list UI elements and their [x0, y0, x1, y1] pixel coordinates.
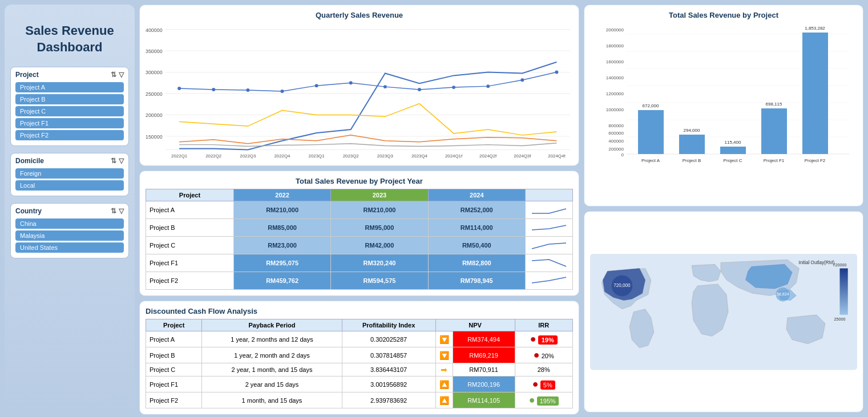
dcf-col-npv: NPV — [435, 319, 515, 331]
dcf-row-b: Project B 1 year, 2 month and 2 days 0.3… — [146, 347, 573, 363]
map-container: 720,000 58,824 Initial Outlay(RM) 720000… — [590, 217, 857, 407]
svg-rect-85 — [839, 268, 847, 314]
svg-point-26 — [212, 88, 215, 91]
svg-text:200000: 200000 — [146, 112, 163, 118]
svg-text:300000: 300000 — [146, 70, 163, 75]
project-tag-f2[interactable]: Project F2 — [15, 130, 124, 140]
line-projectF1 — [179, 104, 556, 135]
row-f1-2023: RM320,240 — [331, 254, 428, 272]
col-spark — [526, 189, 573, 201]
col-2023: 2023 — [331, 189, 428, 201]
svg-text:250000: 250000 — [146, 91, 163, 97]
project-tag-f1[interactable]: Project F1 — [15, 118, 124, 128]
map-svg: 720,000 58,824 Initial Outlay(RM) 720000… — [590, 217, 857, 407]
dcf-table: Project Payback Period Profitability Ind… — [146, 319, 573, 408]
svg-text:600000: 600000 — [608, 131, 624, 136]
row-c-2022: RM23,000 — [233, 237, 330, 254]
revenue-table-card: Total Sales Revenue by Project Year Proj… — [139, 171, 579, 296]
row-a-2023: RM210,000 — [331, 201, 428, 219]
arrow-icon: 🔽 — [439, 351, 449, 360]
bar-chart-title: Total Sales Revenue by Project — [590, 11, 857, 19]
country-tag-malaysia[interactable]: Malaysia — [15, 230, 124, 241]
revenue-table: Project 2022 2023 2024 Project A RM210,0… — [146, 189, 573, 290]
sort-icon-domicile[interactable]: ⇅ — [111, 157, 116, 165]
project-tag-a[interactable]: Project A — [15, 82, 124, 92]
table-row: Project A RM210,000 RM210,000 RM252,000 — [146, 201, 573, 219]
dcf-col-pi: Profitability Index — [342, 319, 435, 331]
svg-text:Project A: Project A — [641, 158, 660, 163]
country-tag-china[interactable]: China — [15, 218, 124, 229]
svg-point-29 — [315, 84, 318, 87]
project-tag-b[interactable]: Project B — [15, 94, 124, 104]
svg-text:2024Q2f: 2024Q2f — [479, 153, 497, 159]
row-c-2024: RM50,400 — [428, 237, 525, 254]
dcf-row-f2: Project F2 1 month, and 15 days 2.939783… — [146, 392, 573, 408]
bar-project-b — [679, 135, 705, 154]
filter-icon-country[interactable]: ▽ — [119, 207, 124, 215]
project-filter: Project ⇅ ▽ Project A Project B Project … — [10, 67, 129, 146]
svg-text:1600000: 1600000 — [606, 59, 624, 64]
table-row: Project F1 RM295,075 RM320,240 RM82,800 — [146, 254, 573, 272]
row-a-2024: RM252,000 — [428, 201, 525, 219]
svg-text:Project B: Project B — [683, 158, 701, 163]
row-f2-spark — [526, 272, 573, 290]
table-row: Project B RM85,000 RM95,000 RM114,000 — [146, 219, 573, 237]
svg-text:720000: 720000 — [833, 263, 847, 268]
svg-text:2000000: 2000000 — [606, 27, 624, 33]
svg-text:2024Q1f: 2024Q1f — [445, 153, 463, 159]
line-chart-svg: 400000 350000 300000 250000 200000 15000… — [146, 23, 573, 160]
domicile-filter: Domicile ⇅ ▽ Foreign Local — [10, 153, 129, 196]
domicile-tag-local[interactable]: Local — [15, 180, 124, 191]
svg-text:115,400: 115,400 — [725, 140, 741, 145]
row-b-2024: RM114,000 — [428, 219, 525, 237]
row-f1-2022: RM295,075 — [233, 254, 330, 272]
quarterly-chart-card: Quarterly Sales Revenue 400000 350000 30… — [139, 5, 579, 166]
row-project-b: Project B — [146, 219, 234, 237]
table-row: Project C RM23,000 RM42,000 RM50,400 — [146, 237, 573, 254]
svg-text:Project F1: Project F1 — [764, 158, 785, 163]
row-c-2023: RM42,000 — [331, 237, 428, 254]
svg-text:400000: 400000 — [608, 139, 624, 144]
svg-point-32 — [418, 88, 421, 91]
svg-text:25000: 25000 — [834, 317, 846, 322]
svg-point-30 — [349, 81, 353, 84]
line-chart: 400000 350000 300000 250000 200000 15000… — [146, 23, 573, 160]
svg-text:Project C: Project C — [724, 158, 742, 163]
dcf-table-card: Discounted Cash Flow Analysis Project Pa… — [139, 301, 579, 415]
dcf-col-irr: IRR — [515, 319, 572, 331]
svg-point-36 — [555, 71, 558, 74]
row-b-2023: RM95,000 — [331, 219, 428, 237]
svg-text:294,000: 294,000 — [684, 128, 700, 133]
domicile-tag-foreign[interactable]: Foreign — [15, 168, 124, 179]
svg-point-35 — [520, 78, 524, 82]
country-tag-us[interactable]: United States — [15, 242, 124, 253]
country-filter: Country ⇅ ▽ China Malaysia United States — [10, 203, 129, 258]
svg-point-33 — [452, 86, 455, 89]
quarterly-chart-title: Quarterly Sales Revenue — [146, 11, 573, 19]
project-tag-c[interactable]: Project C — [15, 106, 124, 116]
svg-text:350000: 350000 — [146, 48, 163, 54]
bar-chart: 2000000 1800000 1600000 1400000 1200000 … — [590, 23, 857, 171]
svg-point-27 — [246, 88, 249, 92]
row-f2-2024: RM798,945 — [428, 272, 525, 290]
project-filter-label: Project — [15, 71, 39, 79]
sort-icon[interactable]: ⇅ — [111, 71, 116, 79]
row-project-f1: Project F1 — [146, 254, 234, 272]
svg-text:2023Q4: 2023Q4 — [411, 153, 428, 159]
revenue-table-title: Total Sales Revenue by Project Year — [146, 177, 573, 185]
world-map-card: 720,000 58,824 Initial Outlay(RM) 720000… — [584, 211, 863, 413]
svg-text:800000: 800000 — [608, 123, 624, 128]
filter-icon-domicile[interactable]: ▽ — [119, 157, 124, 165]
row-b-2022: RM85,000 — [233, 219, 330, 237]
svg-point-25 — [177, 87, 181, 90]
right-column: Total Sales Revenue by Project 2000000 1… — [584, 5, 863, 412]
arrow-icon: 🔼 — [439, 396, 449, 405]
svg-text:Project F2: Project F2 — [805, 158, 826, 163]
sort-icon-country[interactable]: ⇅ — [111, 207, 116, 215]
arrow-icon: 🔽 — [439, 335, 449, 344]
svg-text:698,115: 698,115 — [766, 102, 782, 107]
svg-text:400000: 400000 — [146, 27, 163, 33]
svg-text:58,824: 58,824 — [777, 292, 789, 297]
row-a-spark — [526, 201, 573, 219]
filter-icon[interactable]: ▽ — [119, 71, 124, 79]
